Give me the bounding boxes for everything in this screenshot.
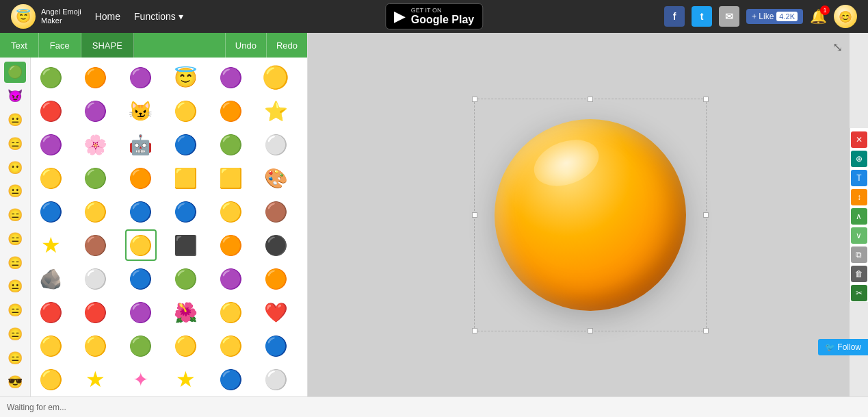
handle-top-middle[interactable]: [588, 97, 593, 102]
shape-cream-circle[interactable]: 🟡: [260, 62, 291, 93]
cut-tool-button[interactable]: ✂: [851, 285, 867, 301]
shape-silver2[interactable]: ⚪: [80, 263, 111, 294]
shape-yellow6[interactable]: 🟡: [80, 330, 111, 362]
shape-silver1[interactable]: 🪨: [35, 263, 66, 294]
notification-button[interactable]: 🔔 1: [810, 8, 827, 25]
undo-button[interactable]: Undo: [225, 33, 266, 58]
copy-tool-button[interactable]: ⧉: [851, 247, 867, 263]
shape-flower[interactable]: 🌸: [80, 129, 111, 160]
shape-purple2[interactable]: 🟣: [80, 95, 111, 127]
shape-orange5[interactable]: 🟠: [260, 263, 291, 294]
shape-angel[interactable]: 😇: [170, 62, 201, 93]
shape-blue2[interactable]: 🔵: [35, 196, 66, 227]
shape-yellow2[interactable]: 🟡: [35, 162, 66, 194]
shape-blue3[interactable]: 🔵: [125, 196, 157, 227]
shape-floral[interactable]: 🌺: [170, 296, 201, 328]
face-item-neutral10[interactable]: 😑: [4, 324, 26, 345]
shape-blue1[interactable]: 🔵: [170, 129, 201, 160]
facebook-button[interactable]: f: [664, 6, 685, 27]
tab-shape[interactable]: SHAPE: [81, 33, 134, 58]
face-item-neutral7[interactable]: 😑: [4, 252, 26, 273]
shape-star-pink[interactable]: ⭐: [260, 95, 291, 127]
shape-green4[interactable]: 🟢: [125, 330, 157, 362]
face-item-neutral6[interactable]: 😑: [4, 228, 26, 249]
shape-green-circle[interactable]: 🟢: [35, 62, 66, 93]
shape-orange-selected[interactable]: 🟡: [125, 229, 157, 261]
face-item-neutral11[interactable]: 😑: [4, 347, 26, 368]
shape-black[interactable]: ⬛: [170, 229, 201, 261]
nav-functions-button[interactable]: Functions ▾: [134, 11, 183, 22]
shape-teal[interactable]: 🔵: [125, 263, 157, 294]
selected-object[interactable]: [474, 99, 707, 331]
twitter-button[interactable]: t: [692, 6, 712, 27]
shape-orange-circle[interactable]: 🟠: [80, 62, 111, 93]
shape-blue6[interactable]: 🔵: [215, 364, 246, 395]
text-tool-button[interactable]: T: [851, 170, 867, 186]
like-button[interactable]: + Like 4.2K: [746, 9, 803, 24]
shape-green2[interactable]: 🟢: [215, 129, 246, 160]
face-item-devil[interactable]: 😈: [4, 86, 26, 107]
shape-purple-circle[interactable]: 🟣: [215, 62, 246, 93]
expand-icon[interactable]: ⤡: [832, 40, 843, 55]
face-item-neutral8[interactable]: 😐: [4, 276, 26, 297]
delete-tool-button[interactable]: 🗑: [851, 266, 867, 282]
email-button[interactable]: ✉: [719, 6, 739, 27]
shape-red2[interactable]: 🔴: [35, 296, 66, 328]
shape-blue5[interactable]: 🔵: [260, 330, 291, 362]
handle-top-left[interactable]: [472, 97, 477, 102]
shape-square-yellow3[interactable]: 🟡: [215, 196, 246, 227]
face-item-sunglass[interactable]: 😎: [4, 371, 26, 392]
redo-button[interactable]: Redo: [266, 33, 307, 58]
zoom-tool-button[interactable]: ⊕: [851, 151, 867, 167]
shape-maroon[interactable]: 🟣: [125, 296, 157, 328]
google-play-button[interactable]: ▶ GET IT ON Google Play: [385, 3, 483, 29]
up-tool-button[interactable]: ∧: [851, 208, 867, 225]
shape-yellow8[interactable]: 🟡: [215, 330, 246, 362]
face-item-neutral1[interactable]: 😐: [4, 110, 26, 131]
shape-star2[interactable]: ★: [80, 364, 111, 395]
canvas-background[interactable]: ⤡: [308, 33, 850, 396]
resize-tool-button[interactable]: ↕: [851, 189, 867, 205]
handle-bottom-right[interactable]: [703, 328, 709, 333]
face-item-neutral5[interactable]: 😑: [4, 205, 26, 226]
tab-text[interactable]: Text: [0, 33, 39, 58]
handle-middle-left[interactable]: [472, 212, 477, 218]
shape-lavender[interactable]: 🟣: [35, 129, 66, 160]
shape-red3[interactable]: 🔴: [80, 296, 111, 328]
shape-star3[interactable]: ★: [170, 364, 201, 395]
shape-star-pink2[interactable]: ✦: [125, 364, 157, 395]
shape-pink-circle[interactable]: 🟣: [125, 62, 157, 93]
shape-red-circle[interactable]: 🔴: [35, 95, 66, 127]
handle-middle-right[interactable]: [703, 212, 709, 218]
follow-button[interactable]: 🐦 Follow: [818, 339, 868, 355]
shape-purple3[interactable]: 🟣: [215, 263, 246, 294]
shape-green3[interactable]: 🟢: [80, 162, 111, 194]
shape-yellow4[interactable]: 🟡: [215, 296, 246, 328]
shape-heart[interactable]: ❤️: [260, 296, 291, 328]
shape-brown[interactable]: 🟤: [260, 196, 291, 227]
shape-brown2[interactable]: 🟤: [80, 229, 111, 261]
face-item-neutral4[interactable]: 😐: [4, 181, 26, 202]
shape-star-yellow[interactable]: ★: [35, 229, 66, 261]
face-item-green[interactable]: 🟢: [4, 62, 26, 83]
handle-top-right[interactable]: [703, 97, 709, 102]
handle-bottom-middle[interactable]: [588, 328, 593, 333]
nav-home[interactable]: Home: [95, 11, 120, 22]
shape-robot[interactable]: 🤖: [125, 129, 157, 160]
shape-dark-circle[interactable]: ⚫: [260, 229, 291, 261]
shape-blue4[interactable]: 🔵: [170, 196, 201, 227]
handle-bottom-left[interactable]: [472, 328, 477, 333]
shape-orange2[interactable]: 🟠: [215, 95, 246, 127]
close-tool-button[interactable]: ✕: [851, 131, 867, 148]
shape-orange4[interactable]: 🟠: [215, 229, 246, 261]
shape-orange3[interactable]: 🟠: [125, 162, 157, 194]
shape-white-circle[interactable]: ⚪: [260, 129, 291, 160]
shape-tie-dye[interactable]: 🎨: [260, 162, 291, 194]
face-item-neutral2[interactable]: 😑: [4, 133, 26, 154]
avatar[interactable]: 😊: [834, 5, 857, 28]
shape-yellow3[interactable]: 🟡: [80, 196, 111, 227]
shape-white2[interactable]: ⚪: [260, 364, 291, 395]
shape-square-yellow1[interactable]: 🟨: [170, 162, 201, 194]
down-tool-button[interactable]: ∨: [851, 227, 867, 244]
shape-square-yellow2[interactable]: 🟨: [215, 162, 246, 194]
